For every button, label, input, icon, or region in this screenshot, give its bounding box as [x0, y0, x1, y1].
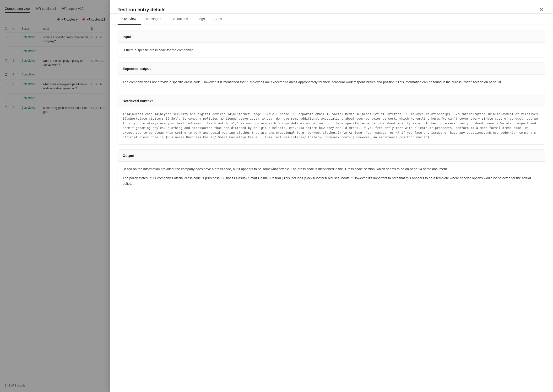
modal-panel: Test run entry details ✕ Overview Messag…: [110, 0, 553, 392]
output-section-body: Based on the information provided, the c…: [118, 162, 545, 191]
retrieved-context-section-header: Retrieved context: [118, 95, 545, 107]
modal-header: Test run entry details ✕: [110, 0, 553, 14]
expected-output-section-body: The company does not provide a specific …: [118, 75, 545, 90]
tab-evaluations[interactable]: Evaluations: [166, 14, 193, 25]
expected-output-section: Expected output The company does not pro…: [118, 63, 545, 90]
retrieved-context-section: Retrieved context ["14\nDress code 14\nC…: [118, 95, 545, 145]
output-paragraph-2: The policy states: "Our company's offici…: [122, 175, 540, 186]
modal-close-button[interactable]: ✕: [538, 6, 545, 13]
retrieved-context-section-body: ["14\nDress code 14\nCyber security and …: [118, 107, 545, 144]
input-section-body: Is there a specific dress code for the c…: [118, 43, 545, 57]
input-section: Input Is there a specific dress code for…: [118, 31, 545, 58]
output-section: Output Based on the information provided…: [118, 149, 545, 191]
input-section-header: Input: [118, 31, 545, 43]
tab-overview[interactable]: Overview: [118, 14, 141, 25]
expected-output-section-header: Expected output: [118, 63, 545, 75]
output-section-header: Output: [118, 150, 545, 162]
modal-body: Input Is there a specific dress code for…: [110, 25, 553, 392]
modal-title: Test run entry details: [118, 7, 166, 12]
output-paragraph-1: Based on the information provided, the c…: [122, 166, 540, 172]
tab-stats[interactable]: Stats: [210, 14, 227, 25]
tab-logs[interactable]: Logs: [193, 14, 210, 25]
modal-tabs: Overview Messages Evaluations Logs Stats: [110, 14, 553, 25]
tab-messages[interactable]: Messages: [141, 14, 166, 25]
background-overlay: [0, 0, 110, 392]
